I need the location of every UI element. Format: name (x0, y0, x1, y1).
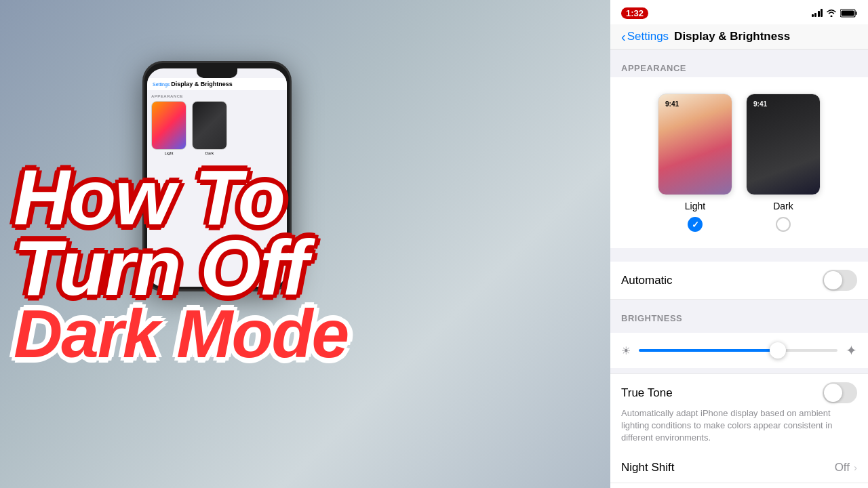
time-badge: 1:32 (621, 7, 648, 19)
small-back-label: Settings (153, 82, 170, 87)
brightness-row: ☀ ✦ (621, 342, 857, 359)
dark-mode-radio[interactable] (776, 217, 791, 232)
light-mode-radio[interactable] (688, 217, 703, 232)
big-title: How To Turn Off Dark Mode (14, 163, 348, 364)
true-tone-toggle[interactable] (823, 382, 857, 403)
true-tone-label: True Tone (621, 386, 673, 400)
back-button[interactable]: ‹ Settings (621, 30, 669, 43)
svg-rect-2 (842, 10, 854, 16)
brightness-high-icon: ✦ (846, 342, 857, 359)
mode-options: 9:41 Light 9:41 Dark (621, 88, 857, 237)
small-phone-nav: Settings Display & Brightness (147, 78, 287, 90)
back-label: Settings (627, 30, 669, 43)
light-mode-label: Light (685, 201, 705, 211)
brightness-slider[interactable] (639, 349, 837, 352)
signal-bars-icon (812, 9, 823, 17)
small-appearance-label: APPEARANCE (151, 94, 283, 98)
brightness-section-header: BRIGHTNESS (610, 300, 868, 327)
night-shift-chevron-icon: › (854, 462, 857, 473)
chevron-left-icon: ‹ (621, 30, 626, 43)
dark-status-bar: 9:41 (747, 94, 820, 113)
overlay-line2: Turn Off (14, 233, 348, 304)
automatic-row: Automatic (610, 262, 868, 300)
status-time-badge: 1:32 (621, 7, 648, 19)
overlay-line3: Dark Mode (14, 303, 348, 364)
wifi-icon (826, 9, 837, 17)
auto-lock-row[interactable]: Lock Never › (610, 483, 868, 488)
svg-rect-1 (856, 12, 857, 15)
battery-icon (840, 9, 857, 18)
light-status-bar: 9:41 (658, 94, 732, 113)
signal-bar-3 (818, 11, 820, 17)
brightness-thumb[interactable] (770, 342, 786, 359)
small-light-mode: Light (151, 101, 186, 155)
light-time: 9:41 (665, 100, 679, 108)
small-mode-options: Light Dark (151, 101, 283, 155)
automatic-toggle-thumb (824, 271, 842, 289)
night-shift-row[interactable]: Night Shift Off › (610, 453, 868, 483)
true-tone-thumb (824, 384, 842, 402)
dark-mode-label: Dark (773, 201, 793, 211)
true-tone-description: Automatically adapt iPhone display based… (621, 407, 857, 445)
page-title: Display & Brightness (674, 30, 790, 43)
iphone-settings-panel: 1:32 ‹ (610, 0, 868, 488)
nav-bar: ‹ Settings Display & Brightness (610, 24, 868, 49)
overlay-line1: How To (14, 163, 348, 233)
small-dark-mode: Dark (192, 101, 227, 155)
brightness-fill (639, 349, 774, 352)
night-shift-value-container: Off › (835, 461, 857, 474)
small-light-preview (151, 101, 186, 150)
automatic-label: Automatic (621, 274, 673, 287)
status-icons (812, 9, 858, 18)
signal-bar-4 (821, 9, 823, 17)
settings-content: APPEARANCE 9:41 Light (610, 49, 868, 488)
dark-time: 9:41 (753, 100, 767, 108)
appearance-card: 9:41 Light 9:41 Dark (610, 77, 868, 248)
true-tone-header: True Tone (621, 382, 857, 403)
small-nav-title: Display & Brightness (171, 81, 233, 87)
appearance-section-header: APPEARANCE (610, 49, 868, 77)
signal-bar-1 (812, 14, 814, 17)
light-mode-preview: 9:41 (658, 94, 732, 195)
signal-bar-2 (814, 13, 816, 17)
small-dark-preview (192, 101, 227, 150)
dark-mode-option[interactable]: 9:41 Dark (746, 94, 821, 232)
small-phone-notch (197, 68, 237, 78)
light-mode-option[interactable]: 9:41 Light (658, 94, 732, 232)
true-tone-row: True Tone Automatically adapt iPhone dis… (610, 373, 868, 453)
dark-mode-preview: 9:41 (746, 94, 821, 195)
brightness-low-icon: ☀ (621, 344, 631, 357)
left-section: Settings Display & Brightness APPEARANCE… (0, 0, 610, 488)
overlay-text: How To Turn Off Dark Mode (14, 163, 348, 364)
small-phone-content: APPEARANCE Light Dark (147, 90, 287, 159)
automatic-toggle[interactable] (823, 270, 857, 291)
status-bar: 1:32 (610, 0, 868, 24)
night-shift-label: Night Shift (621, 461, 674, 474)
brightness-card: ☀ ✦ (610, 333, 868, 368)
night-shift-value: Off (835, 461, 850, 474)
